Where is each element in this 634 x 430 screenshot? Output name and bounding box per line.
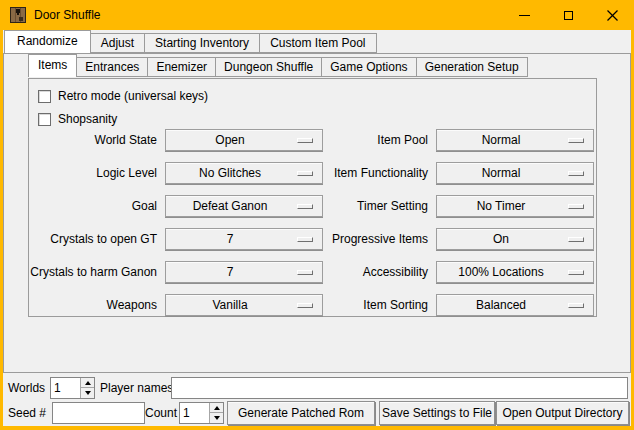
close-icon: [607, 10, 618, 21]
worlds-input[interactable]: [51, 378, 80, 398]
spin-up-button[interactable]: [209, 403, 223, 413]
tab-generation-setup[interactable]: Generation Setup: [416, 57, 528, 77]
player-names-input[interactable]: [171, 377, 628, 399]
window-body: Randomize Adjust Starting Inventory Cust…: [3, 30, 631, 426]
minimize-icon: [519, 15, 530, 16]
items-page: Retro mode (universal keys) Shopsanity W…: [28, 78, 597, 317]
item-sorting-label: Item Sorting: [305, 294, 428, 316]
maximize-button[interactable]: [546, 0, 590, 30]
count-spinbox[interactable]: [179, 402, 224, 424]
door-shuffle-window: Door Shuffle Randomize Adjust Starting I…: [0, 0, 634, 430]
optionmenu-indicator-icon: [568, 204, 584, 209]
tab-entrances[interactable]: Entrances: [76, 57, 148, 77]
optionmenu-indicator-icon: [568, 303, 584, 308]
optionmenu-indicator-icon: [568, 270, 584, 275]
item-pool-dropdown[interactable]: Normal: [436, 129, 594, 151]
shopsanity-checkbox[interactable]: Shopsanity: [38, 112, 117, 126]
arrow-down-icon: [85, 391, 91, 395]
worlds-spinbox[interactable]: [50, 377, 95, 399]
shopsanity-label: Shopsanity: [58, 112, 117, 126]
titlebar: Door Shuffle: [0, 0, 634, 30]
accessibility-dropdown[interactable]: 100% Locations: [436, 261, 594, 283]
crystals-open-gt-dropdown[interactable]: 7: [165, 228, 323, 250]
goal-label: Goal: [29, 195, 157, 217]
progressive-items-dropdown[interactable]: On: [436, 228, 594, 250]
outer-tab-bar: Randomize Adjust Starting Inventory Cust…: [4, 31, 377, 53]
arrow-up-icon: [214, 406, 220, 410]
item-functionality-dropdown[interactable]: Normal: [436, 162, 594, 184]
spin-buttons: [209, 403, 223, 423]
retro-mode-label: Retro mode (universal keys): [58, 89, 208, 103]
seed-input[interactable]: [52, 402, 145, 424]
player-names-label: Player names: [100, 377, 173, 399]
world-state-dropdown[interactable]: Open: [165, 129, 323, 151]
window-controls: [502, 0, 634, 30]
worlds-label: Worlds: [8, 377, 45, 399]
tab-items[interactable]: Items: [28, 54, 77, 77]
generate-patched-rom-button[interactable]: Generate Patched Rom: [227, 401, 375, 425]
accessibility-label: Accessibility: [305, 261, 428, 283]
tab-starting-inventory[interactable]: Starting Inventory: [144, 33, 260, 53]
arrow-up-icon: [85, 381, 91, 385]
timer-setting-label: Timer Setting: [305, 195, 428, 217]
randomize-page: Items Entrances Enemizer Dungeon Shuffle…: [3, 53, 631, 373]
count-input[interactable]: [180, 403, 209, 423]
tab-adjust[interactable]: Adjust: [90, 33, 145, 53]
item-functionality-label: Item Functionality: [305, 162, 428, 184]
option-row: Goal Defeat Ganon Timer Setting No Timer: [29, 195, 596, 217]
retro-mode-checkbox[interactable]: Retro mode (universal keys): [38, 89, 208, 103]
spin-down-button[interactable]: [80, 388, 94, 398]
optionmenu-indicator-icon: [568, 138, 584, 143]
checkbox-box[interactable]: [38, 113, 51, 126]
spin-buttons: [80, 378, 94, 398]
weapons-label: Weapons: [29, 294, 157, 316]
window-title: Door Shuffle: [34, 0, 101, 30]
optionmenu-indicator-icon: [568, 171, 584, 176]
option-row: World State Open Item Pool Normal: [29, 129, 596, 151]
spin-up-button[interactable]: [80, 378, 94, 388]
count-label: Count: [145, 402, 177, 424]
option-row: Logic Level No Glitches Item Functionali…: [29, 162, 596, 184]
save-settings-button[interactable]: Save Settings to File: [379, 401, 495, 425]
world-state-label: World State: [29, 129, 157, 151]
minimize-button[interactable]: [502, 0, 546, 30]
tab-randomize[interactable]: Randomize: [4, 30, 91, 53]
app-icon: [10, 7, 26, 23]
logic-level-dropdown[interactable]: No Glitches: [165, 162, 323, 184]
spin-down-button[interactable]: [209, 413, 223, 423]
option-row: Weapons Vanilla Item Sorting Balanced: [29, 294, 596, 316]
crystals-open-gt-label: Crystals to open GT: [29, 228, 157, 250]
goal-dropdown[interactable]: Defeat Ganon: [165, 195, 323, 217]
option-row: Crystals to harm Ganon 7 Accessibility 1…: [29, 261, 596, 283]
close-button[interactable]: [590, 0, 634, 30]
item-sorting-dropdown[interactable]: Balanced: [436, 294, 594, 316]
option-row: Crystals to open GT 7 Progressive Items …: [29, 228, 596, 250]
progressive-items-label: Progressive Items: [305, 228, 428, 250]
tab-enemizer[interactable]: Enemizer: [147, 57, 216, 77]
maximize-icon: [564, 11, 573, 20]
tab-game-options[interactable]: Game Options: [321, 57, 416, 77]
crystals-harm-ganon-dropdown[interactable]: 7: [165, 261, 323, 283]
crystals-harm-ganon-label: Crystals to harm Ganon: [29, 261, 157, 283]
tab-custom-item-pool[interactable]: Custom Item Pool: [259, 33, 376, 53]
checkbox-box[interactable]: [38, 90, 51, 103]
timer-setting-dropdown[interactable]: No Timer: [436, 195, 594, 217]
optionmenu-indicator-icon: [568, 237, 584, 242]
item-pool-label: Item Pool: [305, 129, 428, 151]
logic-level-label: Logic Level: [29, 162, 157, 184]
open-output-directory-button[interactable]: Open Output Directory: [496, 401, 629, 425]
weapons-dropdown[interactable]: Vanilla: [165, 294, 323, 316]
seed-label: Seed #: [8, 402, 46, 424]
tab-dungeon-shuffle[interactable]: Dungeon Shuffle: [215, 57, 322, 77]
inner-tab-bar: Items Entrances Enemizer Dungeon Shuffle…: [28, 55, 528, 77]
arrow-down-icon: [214, 416, 220, 420]
